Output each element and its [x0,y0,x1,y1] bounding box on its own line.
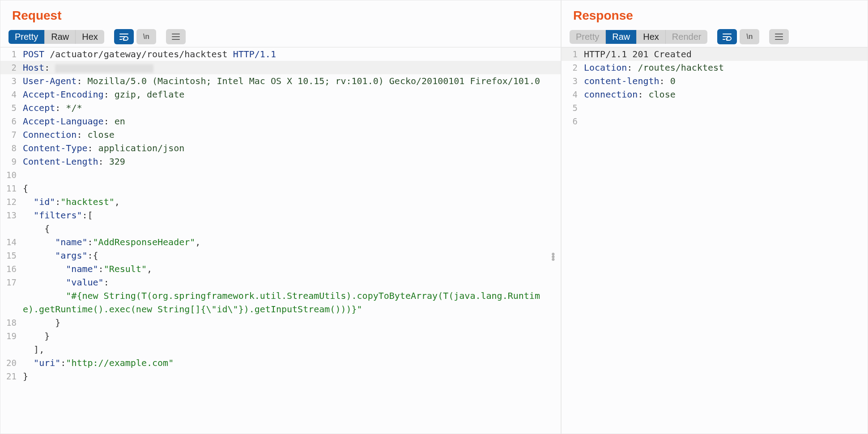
line-number: 16 [0,262,20,276]
code-line: { [0,222,561,235]
line-number: 11 [0,182,20,195]
code-line: 12 "id":"hacktest", [0,195,561,208]
code-line: 19 } [0,329,561,343]
code-line: 11{ [0,182,561,195]
wrap-icon [119,33,129,41]
line-number: 14 [0,235,20,249]
line-number: 2 [562,61,581,74]
line-number: 6 [562,115,581,128]
line-number: 4 [562,88,581,101]
tab-hex[interactable]: Hex [637,30,666,44]
line-number: 5 [0,101,20,115]
line-number: 1 [0,47,20,61]
line-content[interactable]: POST /actuator/gateway/routes/hacktest H… [20,47,561,61]
code-line: 14 "name":"AddResponseHeader", [0,235,561,249]
line-content[interactable]: "filters":[ [20,208,561,222]
line-content[interactable]: "#{new String(T(org.springframework.util… [20,289,561,316]
line-content[interactable]: "uri":"http://example.com" [20,356,561,370]
request-menu-button[interactable] [166,29,186,44]
line-number: 7 [0,128,20,141]
response-menu-button[interactable] [769,29,789,44]
line-content[interactable]: "name":"Result", [20,262,561,276]
line-content[interactable]: } [20,316,561,329]
line-content[interactable]: "name":"AddResponseHeader", [20,235,561,249]
line-number: 17 [0,276,20,289]
code-line: 5 [562,101,868,115]
show-nonprinting-toggle[interactable]: \n [740,29,759,44]
request-title: Request [12,9,549,23]
request-side-menu[interactable]: ••• [550,253,556,261]
code-line: 3User-Agent: Mozilla/5.0 (Macintosh; Int… [0,74,561,88]
tab-raw[interactable]: Raw [606,30,637,44]
code-line: 17 "value": [0,276,561,289]
request-view-tabs: Pretty Raw Hex [9,30,104,44]
line-content[interactable]: Accept-Encoding: gzip, deflate [20,88,561,101]
code-line: 5Accept: */* [0,101,561,115]
line-number: 3 [0,74,20,88]
line-content[interactable]: Content-Type: application/json [20,141,561,155]
code-line: 13 "filters":[ [0,208,561,222]
line-content[interactable]: content-length: 0 [581,74,868,88]
code-line: 15 "args":{ [0,249,561,262]
line-content[interactable]: User-Agent: Mozilla/5.0 (Macintosh; Inte… [20,74,561,88]
tab-pretty[interactable]: Pretty [570,30,606,44]
code-line: ], [0,343,561,356]
code-line: 1POST /actuator/gateway/routes/hacktest … [0,47,561,61]
hamburger-icon [774,33,783,40]
line-content[interactable]: { [20,222,561,235]
redacted-host [55,64,153,72]
request-header: Request [0,0,561,25]
line-number: 3 [562,74,581,88]
response-panel: Response Pretty Raw Hex Render \n 1HTTP/… [561,0,868,434]
hamburger-icon [171,33,180,40]
line-content[interactable]: "args":{ [20,249,561,262]
code-line: 10 [0,168,561,182]
wrap-toggle[interactable] [717,29,737,44]
line-content[interactable]: connection: close [581,88,868,101]
code-line: 20 "uri":"http://example.com" [0,356,561,370]
line-number: 12 [0,195,20,208]
code-line: 6Accept-Language: en [0,115,561,128]
show-nonprinting-toggle[interactable]: \n [136,29,156,44]
tab-raw[interactable]: Raw [45,30,76,44]
line-content[interactable]: ], [20,343,561,356]
response-editor[interactable]: 1HTTP/1.1 201 Created2Location: /routes/… [562,47,868,434]
line-number: 15 [0,249,20,262]
code-line: 6 [562,115,868,128]
request-editor[interactable]: ••• 1POST /actuator/gateway/routes/hackt… [0,47,561,434]
line-content[interactable]: } [20,329,561,343]
line-content[interactable]: } [20,370,561,383]
wrap-toggle[interactable] [114,29,134,44]
tab-hex[interactable]: Hex [76,30,104,44]
line-number: 5 [562,101,581,115]
line-number: 2 [0,61,20,74]
line-number: 19 [0,329,20,343]
line-number: 6 [0,115,20,128]
line-content[interactable]: Accept-Language: en [20,115,561,128]
code-line: 16 "name":"Result", [0,262,561,276]
code-line: 4Accept-Encoding: gzip, deflate [0,88,561,101]
line-content[interactable]: { [20,182,561,195]
line-number: 13 [0,208,20,222]
wrap-icon [722,33,732,41]
line-content[interactable]: Location: /routes/hacktest [581,61,868,74]
line-content[interactable]: HTTP/1.1 201 Created [581,47,868,61]
line-content[interactable]: Connection: close [20,128,561,141]
newline-icon: \n [143,33,149,41]
code-line: 21} [0,370,561,383]
code-line: 18 } [0,316,561,329]
code-line: "#{new String(T(org.springframework.util… [0,289,561,316]
line-content[interactable]: "id":"hacktest", [20,195,561,208]
request-toolbar: Pretty Raw Hex \n [0,25,561,47]
line-number: 18 [0,316,20,329]
line-number: 4 [0,88,20,101]
line-content[interactable]: Content-Length: 329 [20,155,561,168]
line-content[interactable]: "value": [20,276,561,289]
line-content[interactable]: Accept: */* [20,101,561,115]
tab-pretty[interactable]: Pretty [9,30,45,44]
request-panel: Request Pretty Raw Hex \n ••• 1POST /act… [0,0,561,434]
tab-render[interactable]: Render [666,30,708,44]
response-view-tabs: Pretty Raw Hex Render [570,30,707,44]
code-line: 1HTTP/1.1 201 Created [562,47,868,61]
line-content[interactable]: Host: [20,61,561,74]
